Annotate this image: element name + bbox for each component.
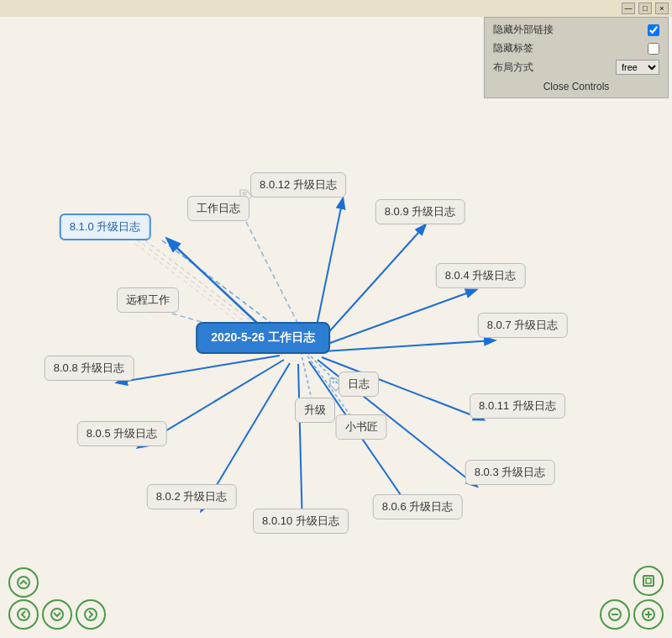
svg-point-21 <box>243 192 245 195</box>
center-node[interactable]: 2020-5-26 工作日志 <box>196 322 330 354</box>
svg-line-6 <box>323 340 494 351</box>
node-810[interactable]: 8.1.0 升级日志 <box>60 214 151 240</box>
node-8011[interactable]: 8.0.11 升级日志 <box>470 393 565 419</box>
zoom-out-button[interactable] <box>600 599 630 630</box>
top-bar: — □ × <box>0 0 672 17</box>
svg-point-27 <box>85 609 97 620</box>
scroll-up-button[interactable] <box>8 567 39 598</box>
node-remote[interactable]: 远程工作 <box>117 287 179 313</box>
zoom-in-button[interactable] <box>633 599 664 630</box>
svg-line-13 <box>118 356 280 382</box>
svg-line-5 <box>321 290 475 346</box>
node-worklog[interactable]: 工作日志 <box>187 196 249 221</box>
toolbar-top-row <box>8 567 106 598</box>
close-button[interactable]: × <box>655 3 669 14</box>
node-8012[interactable]: 8.0.12 升级日志 <box>250 172 346 198</box>
svg-point-24 <box>18 577 29 588</box>
svg-point-25 <box>18 609 29 620</box>
node-806[interactable]: 8.0.6 升级日志 <box>373 494 463 519</box>
scroll-down-button[interactable] <box>42 599 72 630</box>
node-808[interactable]: 8.0.8 升级日志 <box>45 356 134 381</box>
svg-point-23 <box>333 381 335 383</box>
toolbar-bottom-row <box>8 599 106 630</box>
node-805[interactable]: 8.0.5 升级日志 <box>77 421 167 446</box>
restore-button[interactable]: □ <box>638 3 652 14</box>
svg-point-26 <box>51 609 63 620</box>
bottom-left-toolbar <box>8 567 106 630</box>
fit-screen-button[interactable] <box>633 566 664 596</box>
canvas-area: 2020-5-26 工作日志 8.1.0 升级日志 8.0.12 升级日志 8.… <box>0 17 672 638</box>
svg-rect-29 <box>646 578 651 583</box>
bottom-right-toolbar <box>600 566 664 630</box>
svg-line-10 <box>298 364 302 528</box>
node-8010[interactable]: 8.0.10 升级日志 <box>253 509 349 534</box>
node-upgrade[interactable]: 升级 <box>295 398 335 423</box>
zoom-row <box>600 599 664 630</box>
scroll-left-button[interactable] <box>8 599 39 630</box>
node-807[interactable]: 8.0.7 升级日志 <box>478 313 568 338</box>
node-log[interactable]: 日志 <box>339 372 379 397</box>
scroll-right-button[interactable] <box>76 599 106 630</box>
node-803[interactable]: 8.0.3 升级日志 <box>465 460 555 485</box>
minimize-button[interactable]: — <box>622 3 635 14</box>
fit-screen-row <box>633 566 664 596</box>
node-804[interactable]: 8.0.4 升级日志 <box>436 263 526 288</box>
svg-rect-28 <box>643 576 654 586</box>
node-booksmith[interactable]: 小书匠 <box>336 414 387 440</box>
edges-svg <box>0 17 672 638</box>
svg-line-4 <box>318 225 425 345</box>
node-809[interactable]: 8.0.9 升级日志 <box>375 199 465 224</box>
node-802[interactable]: 8.0.2 升级日志 <box>147 484 237 509</box>
